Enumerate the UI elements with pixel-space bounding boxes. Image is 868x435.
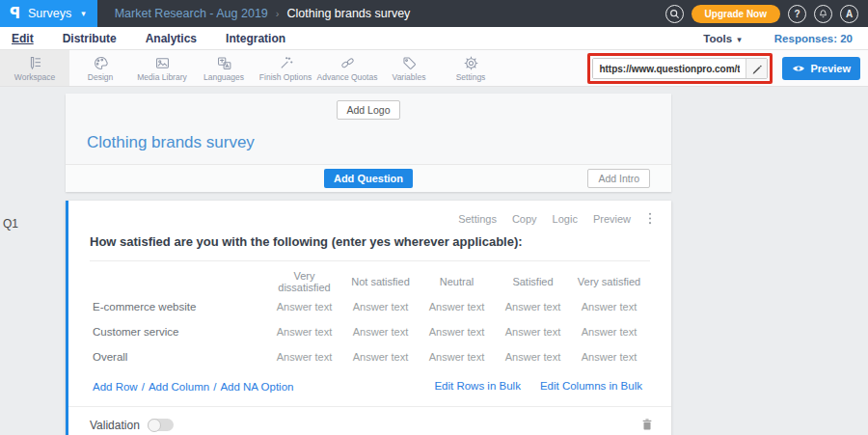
- preview-button[interactable]: Preview: [782, 57, 860, 80]
- column-header[interactable]: Very satisfied: [571, 276, 647, 287]
- add-logo-button[interactable]: Add Logo: [337, 100, 401, 120]
- search-icon: [669, 9, 680, 19]
- toolbar-item-advance-quotas[interactable]: Advance Quotas: [316, 50, 378, 86]
- tab-analytics[interactable]: Analytics: [146, 30, 197, 47]
- survey-action-row: Add Question Add Intro: [66, 164, 671, 192]
- survey-toolbar: Workspace Design Media Library Languages…: [0, 50, 868, 87]
- toggle-knob: [148, 419, 161, 432]
- answer-cell[interactable]: Answer text: [495, 326, 571, 338]
- question-copy-link[interactable]: Copy: [512, 213, 537, 225]
- tab-distribute[interactable]: Distribute: [63, 30, 117, 47]
- product-label: Surveys: [28, 7, 71, 20]
- add-intro-button[interactable]: Add Intro: [587, 169, 650, 188]
- column-header[interactable]: Very dissatisfied: [266, 270, 342, 293]
- answer-cell[interactable]: Answer text: [266, 301, 342, 313]
- question-text[interactable]: How satisfied are you with the following…: [68, 225, 671, 260]
- help-button[interactable]: ?: [788, 5, 806, 23]
- toolbar-item-label: Settings: [456, 72, 486, 82]
- add-question-button-top[interactable]: Add Question: [324, 169, 413, 188]
- toolbar-item-label: Languages: [203, 72, 244, 82]
- trash-icon: [640, 418, 654, 432]
- answer-cell[interactable]: Answer text: [342, 351, 419, 363]
- question-logic-link[interactable]: Logic: [553, 213, 578, 225]
- breadcrumb-current: Clothing brands survey: [286, 7, 410, 20]
- row-label[interactable]: Overall: [93, 351, 266, 363]
- toolbar-item-design[interactable]: Design: [69, 50, 131, 86]
- add-logo-row: Add Logo: [66, 94, 671, 120]
- toolbar-item-label: Media Library: [137, 72, 187, 82]
- navbar-right: Tools ▾ Responses: 20: [703, 33, 856, 44]
- column-header[interactable]: Satisfied: [495, 276, 571, 287]
- question-more-menu[interactable]: [646, 212, 654, 225]
- answer-cell[interactable]: Answer text: [495, 301, 571, 313]
- survey-title[interactable]: Clothing brands survey: [66, 120, 671, 164]
- answer-cell[interactable]: Answer text: [419, 301, 495, 313]
- question-number: Q1: [3, 217, 18, 231]
- tools-menu[interactable]: Tools ▾: [703, 33, 742, 44]
- url-highlight-box: [587, 53, 773, 84]
- add-na-option-link[interactable]: Add NA Option: [220, 381, 293, 393]
- search-button[interactable]: [665, 5, 684, 23]
- bell-icon: [818, 9, 828, 19]
- edit-columns-bulk-link[interactable]: Edit Columns in Bulk: [540, 380, 642, 392]
- answer-cell[interactable]: Answer text: [419, 326, 495, 338]
- survey-card: Add Logo Clothing brands survey Add Ques…: [66, 94, 671, 435]
- add-links: Add Row/Add Column/Add NA Option: [93, 377, 293, 394]
- toolbar-item-variables[interactable]: Variables: [378, 50, 440, 86]
- answer-cell[interactable]: Answer text: [571, 326, 647, 338]
- link-separator: /: [213, 381, 216, 393]
- answer-cell[interactable]: Answer text: [419, 351, 495, 363]
- answer-cell[interactable]: Answer text: [266, 326, 342, 338]
- answer-cell[interactable]: Answer text: [342, 301, 419, 313]
- question-block: Settings Copy Logic Preview How satisfie…: [66, 201, 671, 435]
- breadcrumb-parent[interactable]: Market Research - Aug 2019: [115, 7, 268, 20]
- add-row-link[interactable]: Add Row: [93, 381, 138, 393]
- tab-integration[interactable]: Integration: [226, 30, 285, 47]
- add-column-link[interactable]: Add Column: [149, 381, 209, 393]
- account-avatar[interactable]: A: [840, 5, 858, 23]
- toolbar-item-label: Workspace: [14, 72, 55, 82]
- toolbar-item-finish-options[interactable]: Finish Options: [255, 50, 316, 86]
- toolbar-item-settings[interactable]: Settings: [440, 50, 502, 86]
- responses-count[interactable]: Responses: 20: [774, 33, 853, 44]
- matrix-header-row: Very dissatisfied Not satisfied Neutral …: [93, 269, 647, 294]
- validation-toggle[interactable]: [148, 419, 174, 431]
- toolbar-item-languages[interactable]: Languages: [193, 50, 255, 86]
- delete-question-button[interactable]: [640, 418, 654, 432]
- upgrade-now-button[interactable]: Upgrade Now: [692, 5, 780, 23]
- answer-cell[interactable]: Answer text: [342, 326, 419, 338]
- matrix-row: Overall Answer text Answer text Answer t…: [93, 344, 647, 369]
- row-label[interactable]: E-commerce website: [93, 301, 266, 313]
- answer-cell[interactable]: Answer text: [495, 351, 571, 363]
- tab-edit[interactable]: Edit: [12, 30, 34, 47]
- breadcrumb-separator: ›: [276, 8, 280, 19]
- finish-options-icon: [278, 55, 294, 71]
- breadcrumb: Market Research - Aug 2019 › Clothing br…: [115, 7, 411, 20]
- settings-icon: [463, 55, 479, 71]
- survey-editor-canvas: Q1 Add Logo Clothing brands survey Add Q…: [0, 87, 868, 435]
- topbar-actions: Upgrade Now ? A: [665, 5, 868, 23]
- toolbar-item-workspace[interactable]: Workspace: [0, 50, 69, 86]
- nav-tabs: Edit Distribute Analytics Integration: [12, 30, 285, 47]
- question-preview-link[interactable]: Preview: [593, 213, 631, 225]
- answer-cell[interactable]: Answer text: [571, 301, 647, 313]
- toolbar-item-label: Advance Quotas: [317, 72, 378, 82]
- edit-rows-bulk-link[interactable]: Edit Rows in Bulk: [434, 380, 520, 392]
- question-settings-link[interactable]: Settings: [458, 213, 497, 225]
- chevron-down-icon: ▾: [737, 35, 742, 44]
- advance-quotas-icon: [339, 55, 356, 71]
- surveys-menu[interactable]: P Surveys ▾: [0, 0, 97, 27]
- languages-icon: [216, 55, 232, 71]
- notifications-button[interactable]: [814, 5, 832, 23]
- column-header[interactable]: Neutral: [419, 276, 495, 287]
- toolbar-item-media-library[interactable]: Media Library: [131, 50, 193, 86]
- answer-cell[interactable]: Answer text: [571, 351, 647, 363]
- validation-row: Validation: [68, 406, 671, 435]
- edit-url-button[interactable]: [746, 59, 767, 78]
- column-header[interactable]: Not satisfied: [342, 276, 419, 287]
- row-label[interactable]: Customer service: [93, 326, 266, 338]
- avatar-initial: A: [846, 9, 853, 19]
- share-url-input[interactable]: [593, 59, 746, 78]
- eye-icon: [792, 64, 805, 73]
- answer-cell[interactable]: Answer text: [266, 351, 342, 363]
